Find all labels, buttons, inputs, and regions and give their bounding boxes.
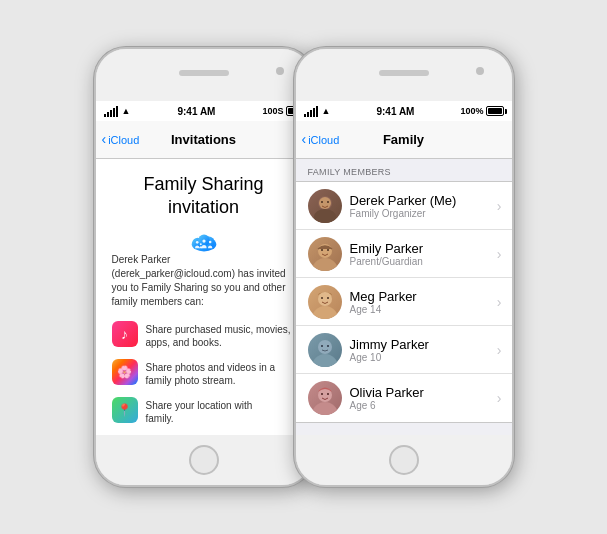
family-cloud-icon xyxy=(159,232,249,253)
table-row[interactable]: Meg Parker Age 14 › xyxy=(296,278,512,326)
svg-point-25 xyxy=(312,402,338,415)
emily-chevron: › xyxy=(497,246,502,262)
family-members-table: Derek Parker (Me) Family Organizer › Emi… xyxy=(296,181,512,423)
jimmy-text: Jimmy Parker Age 10 xyxy=(350,337,497,363)
invitation-title: Family Sharing invitation xyxy=(143,173,263,218)
screen-right: ▲ 9:41 AM 100% ‹ iCloud Family xyxy=(296,101,512,435)
svg-point-16 xyxy=(327,249,329,251)
meg-sub: Age 14 xyxy=(350,304,497,315)
svg-point-17 xyxy=(312,306,338,319)
derek-sub: Family Organizer xyxy=(350,208,497,219)
derek-chevron: › xyxy=(497,198,502,214)
family-screen: FAMILY MEMBERS Derek Parker (Me) Family … xyxy=(296,159,512,435)
meg-chevron: › xyxy=(497,294,502,310)
time-left: 9:41 AM xyxy=(177,106,215,117)
emily-name: Emily Parker xyxy=(350,241,497,256)
svg-point-7 xyxy=(199,243,201,245)
avatar-jimmy xyxy=(308,333,342,367)
home-button-right[interactable] xyxy=(389,445,419,475)
right-phone: ▲ 9:41 AM 100% ‹ iCloud Family xyxy=(294,47,514,487)
phone-bottom-bar-right xyxy=(296,435,512,485)
olivia-name: Olivia Parker xyxy=(350,385,497,400)
svg-point-9 xyxy=(314,209,336,223)
svg-point-15 xyxy=(321,249,323,251)
time-right: 9:41 AM xyxy=(376,106,414,117)
table-row[interactable]: Emily Parker Parent/Guardian › xyxy=(296,230,512,278)
jimmy-chevron: › xyxy=(497,342,502,358)
svg-point-11 xyxy=(321,201,323,203)
camera-left xyxy=(276,67,284,75)
invitation-description: Derek Parker (derek_parker@icloud.com) h… xyxy=(112,253,296,309)
nav-title-left: Invitations xyxy=(171,132,236,147)
olivia-sub: Age 6 xyxy=(350,400,497,411)
svg-point-6 xyxy=(208,241,211,244)
feature-photos: 🌸 Share photos and videos in afamily pho… xyxy=(112,359,296,387)
status-bar-right: ▲ 9:41 AM 100% xyxy=(296,101,512,121)
meg-text: Meg Parker Age 14 xyxy=(350,289,497,315)
feature-location-text: Share your location withfamily. xyxy=(146,397,253,425)
svg-point-27 xyxy=(321,393,323,395)
svg-point-20 xyxy=(327,297,329,299)
wifi-icon-right: ▲ xyxy=(322,106,331,116)
status-bar-left: ▲ 9:41 AM 100S xyxy=(96,101,312,121)
derek-name: Derek Parker (Me) xyxy=(350,193,497,208)
feature-music-text: Share purchased music, movies,apps, and … xyxy=(146,321,291,349)
derek-text: Derek Parker (Me) Family Organizer xyxy=(350,193,497,219)
svg-point-21 xyxy=(312,354,338,367)
nav-back-label-right: iCloud xyxy=(308,134,339,146)
avatar-meg xyxy=(308,285,342,319)
avatar-emily xyxy=(308,237,342,271)
svg-point-12 xyxy=(327,201,329,203)
svg-point-23 xyxy=(321,345,323,347)
home-button-left[interactable] xyxy=(189,445,219,475)
feature-music: ♪ Share purchased music, movies,apps, an… xyxy=(112,321,296,349)
avatar-derek xyxy=(308,189,342,223)
nav-back-right[interactable]: ‹ iCloud xyxy=(302,132,340,147)
left-phone: ▲ 9:41 AM 100S ‹ iCloud Invitations xyxy=(94,47,314,487)
nav-bar-left: ‹ iCloud Invitations xyxy=(96,121,312,159)
emily-sub: Parent/Guardian xyxy=(350,256,497,267)
section-header-family: FAMILY MEMBERS xyxy=(296,159,512,181)
speaker-right xyxy=(379,70,429,76)
phones-container: ▲ 9:41 AM 100S ‹ iCloud Invitations xyxy=(94,47,514,487)
photos-icon: 🌸 xyxy=(112,359,138,385)
svg-point-28 xyxy=(327,393,329,395)
location-icon: 📍 xyxy=(112,397,138,423)
svg-point-24 xyxy=(327,345,329,347)
svg-point-19 xyxy=(321,297,323,299)
nav-title-right: Family xyxy=(383,132,424,147)
chevron-right-nav: ‹ xyxy=(302,131,307,147)
meg-name: Meg Parker xyxy=(350,289,497,304)
phone-bottom-bar-left xyxy=(96,435,312,485)
svg-point-5 xyxy=(202,239,205,242)
music-icon: ♪ xyxy=(112,321,138,347)
avatar-olivia xyxy=(308,381,342,415)
status-left-right: ▲ xyxy=(304,106,331,117)
chevron-left: ‹ xyxy=(102,131,107,147)
add-member-button[interactable]: Add Family Member… xyxy=(296,423,512,435)
status-left-left: ▲ xyxy=(104,106,131,117)
svg-point-4 xyxy=(195,241,198,244)
emily-text: Emily Parker Parent/Guardian xyxy=(350,241,497,267)
olivia-text: Olivia Parker Age 6 xyxy=(350,385,497,411)
signal-right xyxy=(304,106,318,117)
nav-back-label-left: iCloud xyxy=(108,134,139,146)
battery-pct-left: 100S xyxy=(262,106,283,116)
table-row[interactable]: Jimmy Parker Age 10 › xyxy=(296,326,512,374)
camera-right xyxy=(476,67,484,75)
phone-top-bar-right xyxy=(296,49,512,101)
nav-bar-right: ‹ iCloud Family xyxy=(296,121,512,159)
invitation-screen: Family Sharing invitation xyxy=(96,159,312,435)
table-row[interactable]: Olivia Parker Age 6 › xyxy=(296,374,512,422)
phone-top-bar-left xyxy=(96,49,312,101)
speaker-left xyxy=(179,70,229,76)
svg-point-13 xyxy=(312,258,338,271)
olivia-chevron: › xyxy=(497,390,502,406)
nav-back-left[interactable]: ‹ iCloud xyxy=(102,132,140,147)
table-row[interactable]: Derek Parker (Me) Family Organizer › xyxy=(296,182,512,230)
feature-photos-text: Share photos and videos in afamily photo… xyxy=(146,359,276,387)
wifi-icon-left: ▲ xyxy=(122,106,131,116)
signal-left xyxy=(104,106,118,117)
screen-left: ▲ 9:41 AM 100S ‹ iCloud Invitations xyxy=(96,101,312,435)
jimmy-name: Jimmy Parker xyxy=(350,337,497,352)
